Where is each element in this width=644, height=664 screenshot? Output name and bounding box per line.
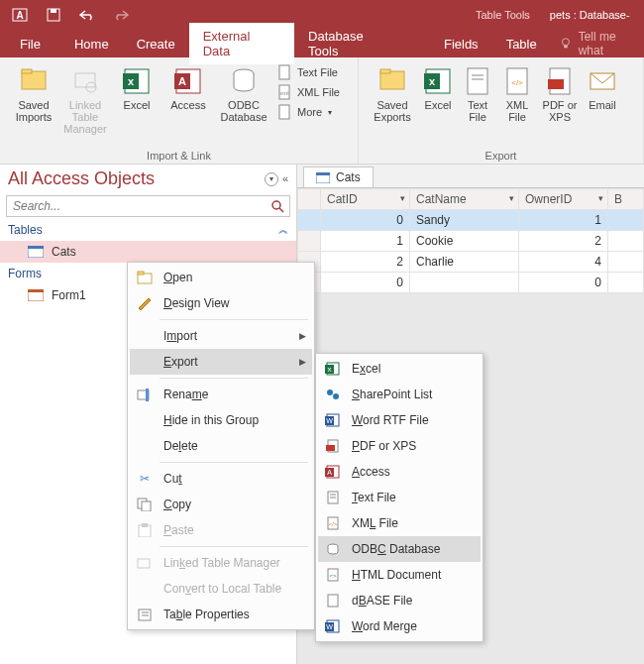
ctx-export[interactable]: Export▶ bbox=[130, 349, 312, 375]
svg-rect-26 bbox=[468, 68, 487, 94]
tab-file[interactable]: File bbox=[0, 31, 60, 57]
paste-icon bbox=[136, 522, 154, 538]
word-icon: W bbox=[324, 412, 342, 428]
svg-point-58 bbox=[333, 393, 339, 399]
ctx-export-html[interactable]: <>HTML Document bbox=[318, 562, 481, 588]
redo-icon[interactable] bbox=[107, 3, 135, 27]
svg-rect-32 bbox=[548, 79, 564, 89]
nav-item-label: Cats bbox=[52, 245, 76, 259]
ctx-linked-table-manager[interactable]: Linked Table Manager bbox=[130, 550, 312, 576]
nav-pane-title[interactable]: All Access Objects bbox=[8, 168, 155, 189]
ctx-table-properties[interactable]: Table Properties bbox=[130, 602, 312, 627]
nav-group-tables[interactable]: Tables︽ bbox=[0, 219, 296, 241]
svg-rect-47 bbox=[142, 501, 151, 511]
column-header-catid[interactable]: CatID▾ bbox=[321, 189, 410, 210]
ctx-export-pdf-xps[interactable]: PDF or XPS bbox=[318, 433, 481, 459]
import-xml-file-button[interactable]: xmlXML File bbox=[273, 83, 344, 101]
datasheet-grid[interactable]: CatID▾ CatName▾ OwnerID▾ B 0Sandy1 1Cook… bbox=[297, 188, 644, 293]
ctx-export-access[interactable]: AAccess bbox=[318, 459, 481, 485]
ctx-paste[interactable]: Paste bbox=[130, 517, 312, 543]
link-icon bbox=[136, 555, 154, 571]
svg-rect-21 bbox=[380, 71, 404, 89]
ctx-export-dbase[interactable]: dBASE File bbox=[318, 588, 481, 613]
rename-icon bbox=[136, 387, 154, 402]
ctx-export-word-rtf[interactable]: WWord RTF File bbox=[318, 407, 481, 433]
nav-filter-icon[interactable]: ▾ bbox=[265, 172, 278, 186]
ctx-hide[interactable]: Hide in this Group bbox=[130, 407, 312, 433]
export-excel-button[interactable]: xExcel bbox=[418, 61, 458, 111]
svg-point-57 bbox=[327, 389, 333, 395]
ctx-delete[interactable]: Delete bbox=[130, 433, 312, 459]
svg-text:A: A bbox=[178, 75, 186, 87]
nav-search[interactable] bbox=[6, 195, 290, 217]
ribbon: Saved Imports Linked Table Manager xExce… bbox=[0, 57, 644, 165]
saved-imports-button[interactable]: Saved Imports bbox=[8, 61, 59, 123]
group-export: Saved Exports xExcel Text File </>XML Fi… bbox=[359, 57, 644, 164]
tab-table[interactable]: Table bbox=[492, 31, 551, 57]
import-text-file-button[interactable]: Text File bbox=[273, 63, 344, 81]
import-excel-button[interactable]: xExcel bbox=[111, 61, 162, 111]
svg-text:x: x bbox=[429, 75, 436, 87]
import-access-button[interactable]: AAccess bbox=[162, 61, 214, 111]
svg-rect-45 bbox=[146, 388, 149, 401]
tab-fields[interactable]: Fields bbox=[430, 31, 492, 57]
bulb-icon bbox=[559, 37, 573, 51]
export-pdf-xps-button[interactable]: PDF or XPS bbox=[537, 61, 583, 123]
chevron-down-icon[interactable]: ▾ bbox=[598, 193, 603, 203]
ctx-export-odbc[interactable]: ODBC Database bbox=[318, 536, 481, 562]
svg-rect-39 bbox=[28, 289, 44, 292]
svg-rect-5 bbox=[564, 46, 567, 49]
ctx-export-word-merge[interactable]: WWord Merge bbox=[318, 613, 481, 639]
ctx-cut[interactable]: ✂Cut bbox=[130, 466, 312, 492]
svg-rect-6 bbox=[22, 71, 46, 89]
tab-home[interactable]: Home bbox=[60, 31, 123, 57]
svg-line-35 bbox=[279, 208, 283, 212]
open-icon bbox=[136, 270, 154, 285]
svg-rect-3 bbox=[51, 9, 56, 13]
table-row[interactable]: 0Sandy1 bbox=[298, 210, 644, 231]
export-xml-file-button[interactable]: </>XML File bbox=[497, 61, 537, 123]
chevron-down-icon[interactable]: ▾ bbox=[400, 193, 405, 203]
pdf-icon bbox=[324, 438, 342, 454]
cut-icon: ✂ bbox=[136, 471, 154, 487]
ctx-import[interactable]: Import▶ bbox=[130, 323, 312, 349]
ctx-export-excel[interactable]: xExcel bbox=[318, 356, 481, 382]
nav-collapse-icon[interactable]: « bbox=[282, 172, 288, 186]
ctx-copy[interactable]: Copy bbox=[130, 492, 312, 517]
ctx-export-xml-file[interactable]: </>XML File bbox=[318, 510, 481, 536]
linked-table-manager-button[interactable]: Linked Table Manager bbox=[59, 61, 111, 135]
group-label-export: Export bbox=[359, 150, 643, 162]
access-app-icon[interactable]: A bbox=[6, 3, 34, 27]
save-icon[interactable] bbox=[40, 3, 67, 27]
dbase-icon bbox=[324, 593, 342, 609]
nav-search-input[interactable] bbox=[7, 196, 266, 216]
export-email-button[interactable]: Email bbox=[583, 61, 622, 111]
column-header-ownerid[interactable]: OwnerID▾ bbox=[519, 189, 608, 210]
saved-exports-button[interactable]: Saved Exports bbox=[367, 61, 418, 123]
ctx-export-text-file[interactable]: Text File bbox=[318, 485, 481, 510]
ctx-rename[interactable]: Rename bbox=[130, 382, 312, 407]
odbc-icon bbox=[324, 541, 342, 557]
table-row[interactable]: 1Cookie2 bbox=[298, 231, 644, 252]
chevron-down-icon[interactable]: ▾ bbox=[509, 193, 514, 203]
ctx-design-view[interactable]: Design View bbox=[130, 290, 312, 316]
table-row[interactable]: 2Charlie4 bbox=[298, 252, 644, 273]
undo-icon[interactable] bbox=[73, 3, 101, 27]
ctx-convert-local[interactable]: Convert to Local Table bbox=[130, 576, 312, 602]
select-all-cell[interactable] bbox=[298, 189, 321, 210]
nav-item-cats[interactable]: Cats bbox=[0, 241, 296, 263]
search-icon[interactable] bbox=[266, 199, 289, 213]
column-header-catname[interactable]: CatName▾ bbox=[410, 189, 519, 210]
table-row-new[interactable]: ✱00 bbox=[298, 273, 644, 293]
svg-rect-37 bbox=[28, 246, 44, 249]
export-text-file-button[interactable]: Text File bbox=[458, 61, 497, 123]
document-tab-cats[interactable]: Cats bbox=[303, 166, 374, 187]
import-more-button[interactable]: More▾ bbox=[273, 103, 344, 121]
import-odbc-button[interactable]: ODBC Database bbox=[214, 61, 273, 123]
tell-me-search[interactable]: Tell me what bbox=[559, 30, 644, 57]
context-menu-table: OOpenpen Design View Import▶ Export▶ Ren… bbox=[127, 262, 315, 630]
column-header-extra[interactable]: B bbox=[608, 189, 644, 210]
ctx-export-sharepoint[interactable]: SharePoint List bbox=[318, 382, 481, 407]
tab-create[interactable]: Create bbox=[123, 31, 189, 57]
ctx-open[interactable]: OOpenpen bbox=[130, 265, 312, 290]
